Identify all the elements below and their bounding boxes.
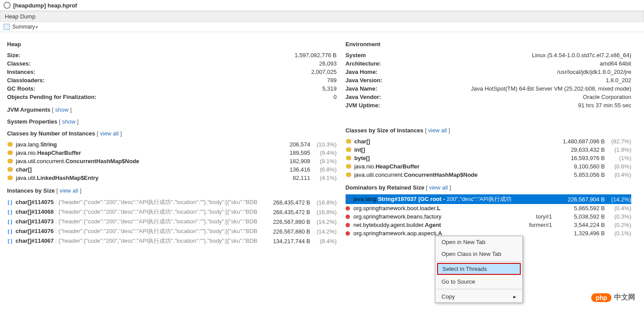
- heap-row: Size:1,597,082,776 B: [7, 51, 337, 59]
- window-header: [heapdump] heap.hprof: [0, 0, 644, 11]
- dominators-title: Dominators by Retained Size [ view all ]: [346, 184, 631, 191]
- instance-row[interactable]: []char[]#114067 : {"header":{"code":"200…: [7, 236, 337, 246]
- classes-by-num-name: java.lang.String: [16, 141, 258, 148]
- classes-by-num-value: 82,111: [258, 175, 310, 181]
- classes-by-num-name: java.util.concurrent.ConcurrentHashMap$N…: [16, 158, 258, 164]
- env-row: SystemLinux (5.4.54-1.0.0.std7c.el7.2.x8…: [346, 51, 631, 59]
- env-value: 1.8.0_202: [606, 77, 631, 84]
- classes-by-size-name: int[]: [354, 146, 552, 153]
- summary-label: Summary: [12, 24, 35, 30]
- classes-by-size-name: char[]: [354, 138, 552, 145]
- tab-heap-dump[interactable]: Heap Dump: [0, 11, 644, 22]
- instances-by-size-title: Instances by Size [ view all ]: [7, 187, 337, 194]
- classes-by-num-row[interactable]: java.nio.HeapCharBuffer189,595(9.4%): [7, 149, 337, 157]
- dominator-row[interactable]: org.springframework.beans.factorytory#15…: [346, 212, 631, 221]
- heap-value: 5,319: [322, 85, 337, 92]
- heap-key: Classloaders:: [7, 77, 44, 84]
- classes-by-size-value: 16,593,976 B: [552, 155, 605, 161]
- instance-size: 268,435,472 B: [258, 199, 310, 206]
- env-value: /usr/local/jdk/jdk1.8.0_202/jre: [557, 69, 631, 75]
- classes-by-size-viewall-link[interactable]: view all: [428, 127, 447, 134]
- instance-size: 226,567,880 B: [258, 228, 310, 235]
- instance-row[interactable]: []char[]#114068 : {"header":{"code":"200…: [7, 207, 337, 217]
- dominator-row[interactable]: java.lang.String#197037 [GC root - 200",…: [346, 194, 631, 204]
- dominator-size: 226,567,904 B: [552, 196, 605, 203]
- env-row: JVM Uptime:91 hrs 37 min 55 sec: [346, 101, 631, 109]
- class-icon: [346, 172, 352, 178]
- instance-name: char[]#114076 : {"header":{"code":"200",…: [15, 227, 257, 235]
- summary-icon: [4, 24, 10, 30]
- classes-by-num-pct: (9.1%): [310, 158, 337, 164]
- classes-by-size-pct: (92.7%): [605, 138, 631, 145]
- classes-by-size-value: 5,853,056 B: [552, 171, 605, 178]
- heap-key: Classes:: [7, 60, 30, 67]
- class-icon: [7, 150, 13, 156]
- heap-value: 2,007,025: [311, 69, 337, 75]
- dominator-pct: (0.4%): [605, 205, 631, 212]
- classes-by-num-row[interactable]: java.lang.String206,574(10.3%): [7, 140, 337, 149]
- env-value: Oracle Corporation: [583, 94, 631, 100]
- jvm-args-show-link[interactable]: show: [55, 106, 68, 113]
- instance-size: 226,567,880 B: [258, 219, 310, 225]
- classes-by-size-name: java.nio.HeapCharBuffer: [354, 163, 552, 170]
- class-icon: [346, 139, 352, 144]
- instance-row[interactable]: []char[]#114075 : {"header":{"code":"200…: [7, 197, 337, 207]
- instance-pct: (16.8%): [310, 209, 337, 215]
- classes-by-num-row[interactable]: java.util.concurrent.ConcurrentHashMap$N…: [7, 157, 337, 165]
- menu-item[interactable]: Open Class in New Tab: [435, 248, 523, 249]
- menu-item-label: Open in New Tab: [442, 239, 486, 245]
- classes-by-size-row[interactable]: int[]29,633,432 B(1.9%): [346, 146, 631, 154]
- menu-item[interactable]: Open in New Tab: [435, 236, 523, 248]
- object-dot-icon: [346, 231, 350, 236]
- classes-by-num-row[interactable]: char[]136,416(6.8%): [7, 165, 337, 174]
- classes-by-size-row[interactable]: java.util.concurrent.ConcurrentHashMap$N…: [346, 171, 631, 179]
- dominator-size: 5,865,592 B: [552, 205, 605, 212]
- instance-row[interactable]: []char[]#114076 : {"header":{"code":"200…: [7, 226, 337, 236]
- instance-row[interactable]: []char[]#114073 : {"header":{"code":"200…: [7, 217, 337, 226]
- env-key: Architecture:: [346, 60, 381, 67]
- dominator-row[interactable]: org.springframework.boot.loader.L5,865,5…: [346, 204, 631, 212]
- classes-by-size-row[interactable]: byte[]16,593,976 B(1%): [346, 154, 631, 162]
- env-row: Java Version:1.8.0_202: [346, 76, 631, 84]
- instance-pct: (14.2%): [310, 228, 337, 235]
- instance-name: char[]#114068 : {"header":{"code":"200",…: [15, 208, 257, 216]
- classes-by-size-name: java.util.concurrent.ConcurrentHashMap$N…: [354, 171, 552, 178]
- heap-value: 789: [327, 77, 337, 84]
- heap-value: 0: [333, 94, 336, 100]
- dominator-row[interactable]: net.bytebuddy.agent.builder.Agentformer#…: [346, 221, 631, 229]
- env-key: Java Name:: [346, 85, 377, 92]
- classes-by-num-pct: (9.4%): [310, 150, 337, 156]
- instance-name: char[]#114067 : {"header":{"code":"200",…: [15, 237, 257, 245]
- class-icon: [7, 167, 13, 172]
- classes-by-num-viewall-link[interactable]: view all: [100, 130, 119, 137]
- classes-by-num-title: Classes by Number of Instances [ view al…: [7, 130, 337, 137]
- heap-key: Instances:: [7, 69, 35, 75]
- dominators-viewall-link[interactable]: view all: [429, 184, 448, 191]
- classes-by-size-row[interactable]: java.nio.HeapCharBuffer9,100,560 B(0.6%): [346, 162, 631, 171]
- instance-pct: (16.8%): [310, 199, 337, 206]
- instances-by-size-viewall-link[interactable]: view all: [59, 187, 78, 194]
- summary-dropdown[interactable]: Summary ▾: [0, 22, 644, 32]
- classes-by-size-pct: (0.4%): [605, 171, 631, 178]
- env-value: Java HotSpot(TM) 64-Bit Server VM (25.20…: [471, 85, 631, 92]
- classes-by-num-name: java.util.LinkedHashMap$Entry: [16, 175, 258, 181]
- classes-by-num-value: 136,416: [258, 166, 310, 173]
- env-value: 91 hrs 37 min 55 sec: [578, 102, 631, 109]
- class-icon: [346, 147, 352, 153]
- classes-by-size-value: 1,480,687,096 B: [552, 138, 605, 145]
- instance-name: char[]#114075 : {"header":{"code":"200",…: [15, 198, 257, 206]
- classes-by-size-pct: (0.6%): [605, 163, 631, 170]
- classes-by-size-pct: (1.9%): [605, 146, 631, 153]
- classes-by-num-pct: (6.8%): [310, 166, 337, 173]
- dominator-extra: tory#1: [448, 213, 552, 220]
- classes-by-size-value: 29,633,432 B: [552, 146, 605, 153]
- classes-by-num-row[interactable]: java.util.LinkedHashMap$Entry82,111(4.1%…: [7, 174, 337, 182]
- instance-size: 268,435,472 B: [258, 209, 310, 215]
- heap-key: GC Roots:: [7, 85, 35, 92]
- classes-by-size-row[interactable]: char[]1,480,687,096 B(92.7%): [346, 137, 631, 146]
- context-menu: Open in New TabOpen Class in New TabSele…: [435, 236, 523, 249]
- sys-props-show-link[interactable]: show: [62, 118, 75, 125]
- class-icon: [7, 142, 13, 147]
- env-key: Java Version:: [346, 77, 383, 84]
- dominator-name: org.springframework.beans.factory: [353, 213, 448, 220]
